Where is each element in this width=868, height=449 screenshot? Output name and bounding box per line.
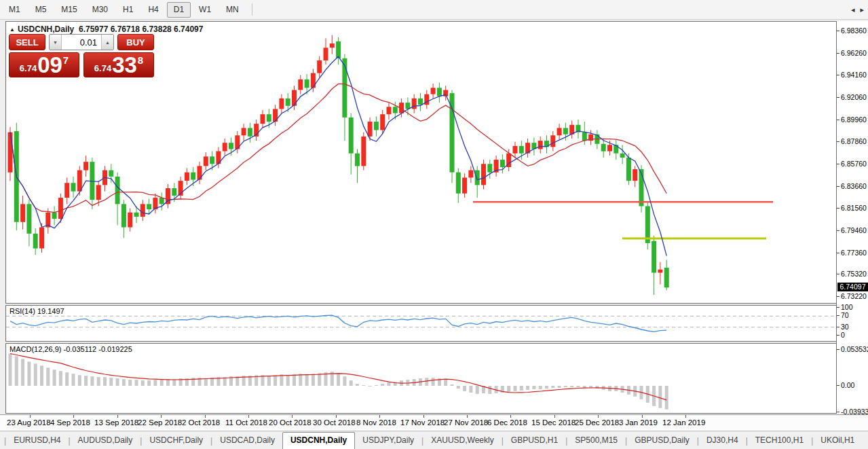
price-axis[interactable]: 6.983606.962606.941606.920606.899606.878… [836, 21, 868, 414]
chart-tab-UKOil-H1[interactable]: UKOil,H1 [813, 433, 862, 449]
price-axis-label: 6.75320 [841, 270, 867, 278]
one-click-trading-widget: SELL ▼ 0.01 ▲ BUY 6.74 09 7 6.74 33 8 [9, 34, 157, 77]
chart-tab-USDCNH-Daily[interactable]: USDCNH,Daily [282, 432, 355, 449]
buy-price-prefix: 6.74 [94, 63, 111, 73]
date-axis-label: 2 Oct 2018 [182, 418, 220, 427]
date-axis-label: 27 Nov 2018 [444, 418, 488, 427]
timeframe-button-H4[interactable]: H4 [141, 2, 165, 18]
price-axis-label: 6.81560 [841, 204, 867, 212]
chart-title: ▲USDCNH,Daily 6.75977 6.76718 6.73828 6.… [10, 24, 203, 34]
price-axis-label: 6.79460 [841, 226, 867, 234]
timeframe-button-M15[interactable]: M15 [54, 2, 83, 18]
tab-separator: | [565, 436, 567, 446]
sell-button[interactable]: SELL [9, 34, 45, 50]
collapse-triangle-icon[interactable]: ▲ [10, 26, 15, 33]
date-axis-label: 13 Sep 2018 [94, 418, 138, 427]
price-axis-label: 6.87860 [841, 137, 867, 145]
buy-button[interactable]: BUY [117, 34, 154, 50]
timeframe-button-H1[interactable]: H1 [116, 2, 140, 18]
timeframe-button-D1[interactable]: D1 [167, 2, 191, 18]
macd-chart-canvas [6, 344, 836, 413]
axis-tick [837, 141, 839, 142]
tab-separator: | [502, 436, 504, 446]
date-axis-label: 20 Oct 2018 [269, 418, 312, 427]
timeframe-button-W1[interactable]: W1 [192, 2, 218, 18]
current-price-badge: 6.74097 [837, 283, 868, 291]
date-axis-tick [292, 415, 293, 418]
price-axis-label: 6.98360 [841, 26, 867, 35]
rsi-chart-canvas [6, 306, 836, 341]
chart-tab-USDCHF-Daily[interactable]: USDCHF,Daily [142, 433, 210, 449]
axis-tick [837, 412, 839, 412]
timeframe-button-M30[interactable]: M30 [86, 2, 115, 18]
lot-increase-button[interactable]: ▲ [101, 35, 113, 50]
date-axis-tick [554, 415, 555, 418]
date-axis-label: 30 Oct 2018 [313, 418, 356, 427]
tab-scroll-left-icon[interactable]: ◂ [851, 5, 855, 14]
lot-decrease-button[interactable]: ▼ [50, 35, 62, 50]
date-axis-tick [685, 415, 686, 418]
date-axis-tick [161, 415, 162, 418]
date-axis-tick [467, 415, 468, 418]
axis-tick [837, 186, 839, 187]
chart-tab-GBPUSD-Daily[interactable]: GBPUSD,Daily [627, 433, 697, 449]
price-axis-label: 6.92060 [841, 93, 867, 101]
price-axis-label: 6.83660 [841, 182, 867, 190]
date-axis-tick [423, 415, 424, 418]
buy-price-display[interactable]: 6.74 33 8 [83, 52, 154, 77]
tab-separator: | [811, 436, 813, 446]
axis-tick [837, 53, 839, 54]
tab-separator: | [210, 436, 212, 446]
date-axis-tick [73, 415, 74, 418]
timeframe-button-MN[interactable]: MN [219, 2, 246, 18]
chart-tab-TECH100-H1[interactable]: TECH100,H1 [748, 433, 811, 449]
rsi-axis-label: 70 [841, 311, 849, 319]
price-axis-label: 6.96260 [841, 49, 867, 57]
date-axis-label: 12 Jan 2019 [662, 418, 705, 427]
macd-indicator-panel: MACD(12,26,9) -0.035112 -0.019225 [5, 343, 837, 414]
toolbar-separator [252, 3, 252, 16]
price-axis-label: 6.89960 [841, 115, 867, 124]
date-axis-tick [510, 415, 511, 418]
chart-tab-USDCAD-Daily[interactable]: USDCAD,Daily [212, 433, 282, 449]
chart-ohlc-values: 6.75977 6.76718 6.73828 6.74097 [79, 24, 204, 34]
rsi-axis-label: 30 [841, 323, 849, 331]
date-axis-label: 22 Sep 2018 [138, 418, 182, 427]
date-axis-label: 4 Sep 2018 [50, 418, 90, 427]
chart-tab-AUDUSD-Daily[interactable]: AUDUSD,Daily [71, 433, 140, 449]
tab-scroll-right-icon[interactable]: ▸ [860, 5, 864, 14]
date-axis-label: 3 Jan 2019 [619, 418, 658, 427]
timeframe-button-M1[interactable]: M1 [2, 2, 27, 18]
axis-tick [837, 208, 839, 209]
axis-tick [837, 315, 839, 316]
date-axis-label: 15 Dec 2018 [531, 418, 575, 427]
sell-price-display[interactable]: 6.74 09 7 [9, 52, 79, 77]
axis-tick [837, 349, 839, 350]
axis-tick [837, 307, 839, 308]
axis-tick [837, 75, 839, 75]
time-axis[interactable]: 23 Aug 20184 Sep 201813 Sep 201822 Sep 2… [0, 414, 868, 431]
chart-tab-DJ30-H4[interactable]: DJ30,H4 [699, 433, 746, 449]
axis-tick [837, 230, 839, 231]
tab-separator: | [697, 436, 699, 446]
price-axis-label: 6.77360 [841, 249, 867, 257]
chart-tab-EURUSD-H4[interactable]: EURUSD,H4 [6, 433, 68, 449]
date-axis-tick [117, 415, 118, 418]
lot-size-stepper: ▼ 0.01 ▲ [49, 34, 114, 50]
price-axis-label: 6.73220 [841, 292, 867, 300]
chart-tab-USDJPY-Daily[interactable]: USDJPY,Daily [355, 433, 421, 449]
tab-scrollers: ◂▸ [846, 5, 864, 14]
date-axis-tick [598, 415, 599, 418]
tab-separator: | [421, 436, 423, 446]
chart-tab-SP500-M15[interactable]: SP500,M15 [567, 433, 625, 449]
axis-tick [837, 253, 839, 253]
price-axis-label: 6.85760 [841, 160, 867, 168]
price-axis-label: 6.94160 [841, 71, 867, 79]
tab-separator: | [625, 436, 627, 446]
lot-size-input[interactable]: 0.01 [62, 35, 101, 50]
macd-axis-label: 0.00 [841, 381, 854, 389]
timeframe-button-M5[interactable]: M5 [29, 2, 54, 18]
chart-tab-XAUUSD-Weekly[interactable]: XAUUSD,Weekly [423, 433, 501, 449]
chart-tab-GBPUSD-H1[interactable]: GBPUSD,H1 [504, 433, 565, 449]
date-axis-label: 17 Nov 2018 [400, 418, 445, 427]
